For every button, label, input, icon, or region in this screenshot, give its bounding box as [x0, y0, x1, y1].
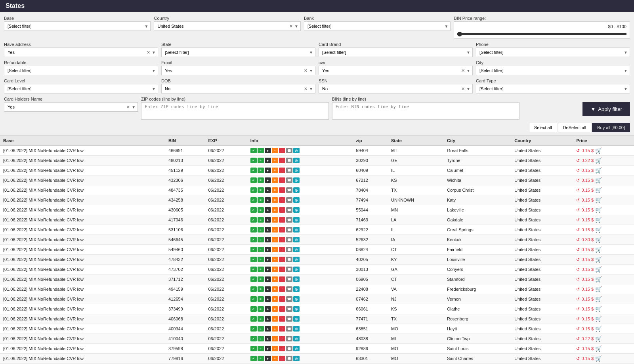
- cart-icon[interactable]: 🛒: [595, 286, 602, 292]
- cart-icon[interactable]: 🛒: [595, 316, 602, 322]
- cvv-select-wrapper: Yes ✕ ▼: [319, 66, 473, 75]
- info-icon-3: ♠: [265, 247, 271, 252]
- state-label: State: [161, 42, 315, 47]
- cell-country: United States: [511, 265, 573, 274]
- cell-state: KS: [388, 175, 444, 185]
- buy-all-button[interactable]: Buy all [$0.00]: [592, 123, 630, 132]
- bank-select[interactable]: [Select filter]: [304, 21, 451, 31]
- cell-price: ↺ 0.15 $ 🛒: [573, 245, 634, 255]
- deselect-all-button[interactable]: DeSelect all: [558, 123, 592, 132]
- price-refresh-icon: ↺: [576, 188, 580, 193]
- cart-icon[interactable]: 🛒: [595, 157, 602, 164]
- cell-country: United States: [511, 284, 573, 294]
- cell-city: Katy: [444, 195, 511, 205]
- cart-icon[interactable]: 🛒: [595, 296, 602, 302]
- base-select[interactable]: [Select filter]: [4, 21, 151, 31]
- cart-icon[interactable]: 🛒: [595, 167, 602, 173]
- cart-icon[interactable]: 🛒: [595, 326, 602, 332]
- cell-country: United States: [511, 215, 573, 225]
- have-address-clear-icon[interactable]: ✕: [147, 50, 150, 55]
- table-row: [01.06.2022] MIX NoRefundable CVR low 48…: [0, 156, 634, 166]
- refundable-select[interactable]: [Select filter]: [4, 66, 158, 75]
- email-clear-icon[interactable]: ✕: [304, 68, 307, 73]
- bin-price-min-slider[interactable]: [457, 33, 626, 35]
- phone-select[interactable]: [Select filter]: [476, 48, 630, 57]
- info-icon-3: ♠: [265, 316, 271, 322]
- card-brand-select[interactable]: [Select filter]: [319, 48, 473, 57]
- info-icon-2: ≡: [258, 148, 264, 153]
- filter-group-state: State [Select filter] ▼: [161, 42, 315, 57]
- info-icon-5: !: [279, 148, 285, 153]
- info-icon-4: ≡: [272, 286, 278, 292]
- cell-city: Corpus Christi: [444, 185, 511, 195]
- cart-icon[interactable]: 🛒: [595, 246, 602, 253]
- price-refresh-icon: ↺: [576, 168, 580, 173]
- info-icon-3: ♠: [265, 187, 271, 193]
- info-icon-5: !: [279, 276, 285, 282]
- price-value: 0.15 $: [581, 326, 594, 331]
- dob-clear-icon[interactable]: ✕: [304, 86, 307, 91]
- have-address-select[interactable]: Yes: [4, 48, 158, 57]
- filter-group-bins: BINs (line by line): [332, 97, 520, 120]
- cell-exp: 06/2022: [205, 314, 247, 324]
- cvv-clear-icon[interactable]: ✕: [461, 68, 465, 73]
- apply-filter-button[interactable]: ▼ Apply filter: [582, 102, 630, 116]
- table-row: [01.06.2022] MIX NoRefundable CVR low 37…: [0, 344, 634, 354]
- info-icon-4: ≡: [272, 267, 278, 272]
- cart-icon[interactable]: 🛒: [595, 306, 602, 312]
- info-icon-4: ≡: [272, 197, 278, 203]
- state-select[interactable]: [Select filter]: [161, 48, 315, 57]
- cart-icon[interactable]: 🛒: [595, 147, 602, 154]
- ssn-select-wrapper: No ✕ ▼: [319, 84, 473, 93]
- info-icon-4: ≡: [272, 306, 278, 312]
- card-type-select[interactable]: [Select filter]: [476, 84, 630, 93]
- cart-icon[interactable]: 🛒: [595, 197, 602, 203]
- cart-icon[interactable]: 🛒: [595, 227, 602, 233]
- select-all-button[interactable]: Select all: [529, 123, 557, 132]
- cart-icon[interactable]: 🛒: [595, 345, 602, 352]
- price-refresh-icon: ↺: [576, 178, 580, 183]
- phone-select-wrapper: [Select filter] ▼: [476, 48, 630, 57]
- info-icon-1: ✓: [250, 336, 257, 341]
- card-holders-name-label: Card Holders Name: [4, 97, 138, 101]
- cart-icon[interactable]: 🛒: [595, 276, 602, 282]
- info-icon-3: ♠: [265, 227, 271, 233]
- info-icon-5: !: [279, 158, 285, 163]
- zip-codes-input[interactable]: [141, 102, 329, 120]
- price-refresh-icon: ↺: [576, 277, 580, 282]
- card-holders-name-select[interactable]: Yes: [4, 102, 138, 112]
- cart-icon[interactable]: 🛒: [595, 207, 602, 213]
- cart-icon[interactable]: 🛒: [595, 187, 602, 193]
- cell-bin: 417046: [165, 215, 205, 225]
- cell-info: ✓ ≡ ♠ ≡ ! ☎ ◎: [247, 294, 353, 304]
- card-holders-name-clear-icon[interactable]: ✕: [126, 105, 130, 110]
- cell-info: ✓ ≡ ♠ ≡ ! ☎ ◎: [247, 255, 353, 265]
- city-select[interactable]: [Select filter]: [476, 66, 630, 75]
- cell-exp: 06/2022: [205, 304, 247, 314]
- dob-select[interactable]: No: [161, 84, 315, 93]
- cell-zip: 30013: [353, 265, 388, 274]
- ssn-select[interactable]: No: [319, 84, 473, 93]
- cart-icon[interactable]: 🛒: [595, 355, 602, 362]
- country-clear-icon[interactable]: ✕: [289, 24, 293, 29]
- info-icon-3: ♠: [265, 217, 271, 223]
- card-level-select[interactable]: [Select filter]: [4, 84, 158, 93]
- cart-icon[interactable]: 🛒: [595, 256, 602, 263]
- cart-icon[interactable]: 🛒: [595, 236, 602, 243]
- cvv-select[interactable]: Yes: [319, 66, 473, 75]
- cell-price: ↺ 0.22 $ 🛒: [573, 156, 634, 166]
- price-value: 0.15 $: [581, 148, 594, 153]
- info-icon-1: ✓: [250, 187, 257, 193]
- cell-info: ✓ ≡ ♠ ≡ ! ☎ ◎: [247, 314, 353, 324]
- cart-icon[interactable]: 🛒: [595, 217, 602, 223]
- cell-info: ✓ ≡ ♠ ≡ ! ☎ ◎: [247, 284, 353, 294]
- country-select[interactable]: United States: [154, 21, 300, 31]
- cart-icon[interactable]: 🛒: [595, 335, 602, 342]
- cart-icon[interactable]: 🛒: [595, 266, 602, 273]
- info-icon-4: ≡: [272, 346, 278, 351]
- ssn-clear-icon[interactable]: ✕: [461, 86, 465, 91]
- email-select[interactable]: Yes: [161, 66, 315, 75]
- bins-input[interactable]: [332, 102, 520, 120]
- cart-icon[interactable]: 🛒: [595, 177, 602, 183]
- info-icon-2: ≡: [258, 227, 264, 233]
